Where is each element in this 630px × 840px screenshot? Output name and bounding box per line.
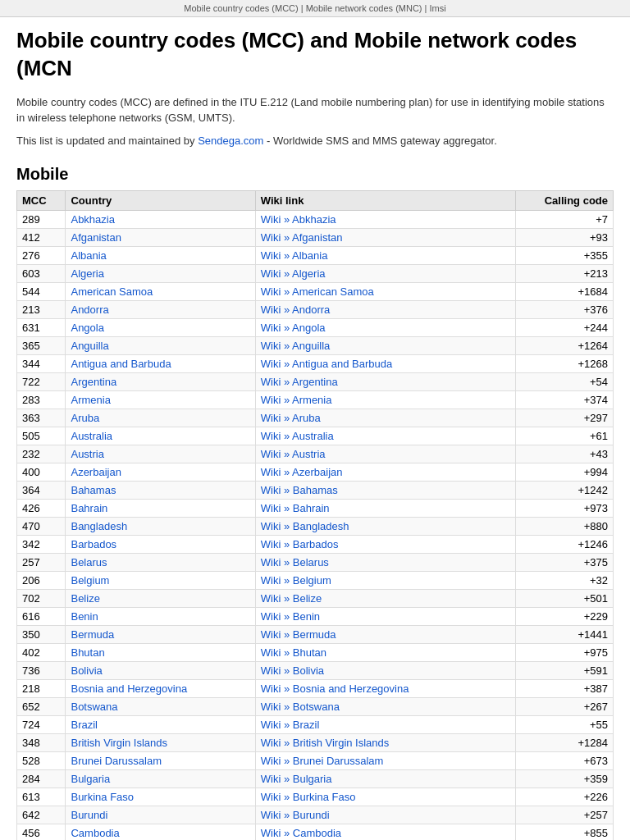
cell-calling-code: +226 — [516, 788, 614, 806]
cell-calling-code: +376 — [516, 301, 614, 319]
cell-wiki[interactable]: Wiki » Andorra — [255, 301, 515, 319]
cell-country[interactable]: Anguilla — [66, 337, 255, 355]
cell-country[interactable]: British Virgin Islands — [66, 734, 255, 752]
cell-country[interactable]: Aruba — [66, 409, 255, 427]
cell-mcc: 724 — [17, 716, 66, 734]
table-row: 470BangladeshWiki » Bangladesh+880 — [17, 518, 614, 536]
cell-wiki[interactable]: Wiki » Armenia — [255, 391, 515, 409]
cell-wiki[interactable]: Wiki » British Virgin Islands — [255, 734, 515, 752]
sendega-link[interactable]: Sendega.com — [198, 135, 263, 147]
cell-country[interactable]: Algeria — [66, 265, 255, 283]
cell-wiki[interactable]: Wiki » Burkina Faso — [255, 788, 515, 806]
cell-wiki[interactable]: Wiki » Barbados — [255, 536, 515, 554]
cell-country[interactable]: American Samoa — [66, 283, 255, 301]
cell-country[interactable]: Angola — [66, 319, 255, 337]
cell-mcc: 232 — [17, 445, 66, 463]
cell-wiki[interactable]: Wiki » Australia — [255, 427, 515, 445]
table-row: 631AngolaWiki » Angola+244 — [17, 319, 614, 337]
cell-wiki[interactable]: Wiki » Bulgaria — [255, 770, 515, 788]
cell-mcc: 218 — [17, 680, 66, 698]
header-country: Country — [66, 191, 255, 211]
cell-country[interactable]: Armenia — [66, 391, 255, 409]
cell-mcc: 363 — [17, 409, 66, 427]
cell-country[interactable]: Barbados — [66, 536, 255, 554]
cell-wiki[interactable]: Wiki » Belize — [255, 590, 515, 608]
cell-wiki[interactable]: Wiki » Belarus — [255, 554, 515, 572]
cell-country[interactable]: Albania — [66, 247, 255, 265]
cell-calling-code: +387 — [516, 680, 614, 698]
cell-wiki[interactable]: Wiki » Bermuda — [255, 626, 515, 644]
cell-mcc: 505 — [17, 427, 66, 445]
cell-wiki[interactable]: Wiki » Bosnia and Herzegovina — [255, 680, 515, 698]
cell-wiki[interactable]: Wiki » Brunei Darussalam — [255, 752, 515, 770]
cell-wiki[interactable]: Wiki » Abkhazia — [255, 211, 515, 229]
cell-wiki[interactable]: Wiki » Benin — [255, 608, 515, 626]
cell-country[interactable]: Bangladesh — [66, 518, 255, 536]
cell-country[interactable]: Belarus — [66, 554, 255, 572]
cell-wiki[interactable]: Wiki » Argentina — [255, 373, 515, 391]
cell-country[interactable]: Belize — [66, 590, 255, 608]
cell-wiki[interactable]: Wiki » American Samoa — [255, 283, 515, 301]
cell-mcc: 344 — [17, 355, 66, 373]
cell-wiki[interactable]: Wiki » Burundi — [255, 806, 515, 824]
cell-country[interactable]: Bulgaria — [66, 770, 255, 788]
cell-wiki[interactable]: Wiki » Botswana — [255, 698, 515, 716]
cell-country[interactable]: Brunei Darussalam — [66, 752, 255, 770]
cell-wiki[interactable]: Wiki » Anguilla — [255, 337, 515, 355]
cell-country[interactable]: Bhutan — [66, 644, 255, 662]
table-row: 213AndorraWiki » Andorra+376 — [17, 301, 614, 319]
cell-country[interactable]: Belgium — [66, 572, 255, 590]
cell-country[interactable]: Azerbaijan — [66, 463, 255, 482]
cell-country[interactable]: Bahrain — [66, 500, 255, 518]
cell-wiki[interactable]: Wiki » Afganistan — [255, 229, 515, 247]
table-row: 652BotswanaWiki » Botswana+267 — [17, 698, 614, 716]
table-row: 284BulgariaWiki » Bulgaria+359 — [17, 770, 614, 788]
cell-wiki[interactable]: Wiki » Bahrain — [255, 500, 515, 518]
cell-wiki[interactable]: Wiki » Antigua and Barbuda — [255, 355, 515, 373]
table-row: 342BarbadosWiki » Barbados+1246 — [17, 536, 614, 554]
cell-country[interactable]: Andorra — [66, 301, 255, 319]
cell-wiki[interactable]: Wiki » Angola — [255, 319, 515, 337]
cell-country[interactable]: Bermuda — [66, 626, 255, 644]
cell-wiki[interactable]: Wiki » Brazil — [255, 716, 515, 734]
table-row: 363ArubaWiki » Aruba+297 — [17, 409, 614, 427]
cell-wiki[interactable]: Wiki » Belgium — [255, 572, 515, 590]
cell-wiki[interactable]: Wiki » Bolivia — [255, 662, 515, 680]
cell-wiki[interactable]: Wiki » Bhutan — [255, 644, 515, 662]
cell-country[interactable]: Austria — [66, 445, 255, 463]
cell-wiki[interactable]: Wiki » Algeria — [255, 265, 515, 283]
cell-calling-code: +975 — [516, 644, 614, 662]
cell-country[interactable]: Afganistan — [66, 229, 255, 247]
cell-wiki[interactable]: Wiki » Austria — [255, 445, 515, 463]
cell-wiki[interactable]: Wiki » Bahamas — [255, 482, 515, 500]
cell-country[interactable]: Brazil — [66, 716, 255, 734]
table-row: 257BelarusWiki » Belarus+375 — [17, 554, 614, 572]
cell-wiki[interactable]: Wiki » Azerbaijan — [255, 463, 515, 482]
description-2-suffix: - Worldwide SMS and MMS gateway aggregat… — [263, 135, 496, 147]
cell-country[interactable]: Cambodia — [66, 824, 255, 840]
cell-calling-code: +1264 — [516, 337, 614, 355]
table-row: 603AlgeriaWiki » Algeria+213 — [17, 265, 614, 283]
cell-country[interactable]: Botswana — [66, 698, 255, 716]
cell-wiki[interactable]: Wiki » Bangladesh — [255, 518, 515, 536]
cell-country[interactable]: Bolivia — [66, 662, 255, 680]
cell-country[interactable]: Burundi — [66, 806, 255, 824]
cell-country[interactable]: Bosnia and Herzegovina — [66, 680, 255, 698]
cell-calling-code: +1284 — [516, 734, 614, 752]
cell-calling-code: +32 — [516, 572, 614, 590]
cell-wiki[interactable]: Wiki » Aruba — [255, 409, 515, 427]
cell-wiki[interactable]: Wiki » Cambodia — [255, 824, 515, 840]
cell-country[interactable]: Argentina — [66, 373, 255, 391]
table-row: 289AbkhaziaWiki » Abkhazia+7 — [17, 211, 614, 229]
cell-country[interactable]: Abkhazia — [66, 211, 255, 229]
cell-country[interactable]: Bahamas — [66, 482, 255, 500]
header-mcc: MCC — [17, 191, 66, 211]
cell-mcc: 402 — [17, 644, 66, 662]
cell-country[interactable]: Burkina Faso — [66, 788, 255, 806]
cell-country[interactable]: Australia — [66, 427, 255, 445]
table-row: 344Antigua and BarbudaWiki » Antigua and… — [17, 355, 614, 373]
cell-country[interactable]: Antigua and Barbuda — [66, 355, 255, 373]
cell-country[interactable]: Benin — [66, 608, 255, 626]
cell-wiki[interactable]: Wiki » Albania — [255, 247, 515, 265]
table-row: 642BurundiWiki » Burundi+257 — [17, 806, 614, 824]
